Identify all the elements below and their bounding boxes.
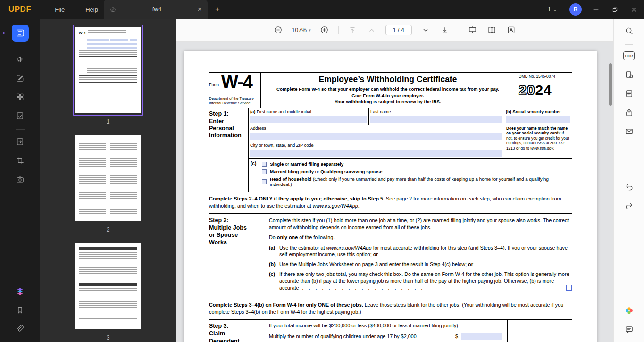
thumbnail-page-2[interactable] [73,133,143,224]
dept-line-1: Department of the Treasury [209,96,259,101]
feedback-button[interactable] [621,321,637,337]
document-canvas[interactable]: Form W-4 Department of the Treasury Inte… [176,42,613,342]
form-word: Form [209,83,219,87]
head-of-household-checkbox[interactable] [262,179,267,184]
page-number-input[interactable]: 1 / 4 [385,25,412,35]
summarize-button[interactable] [621,85,637,101]
step-2-option-b: (b) Use the Multiple Jobs Worksheet on p… [269,261,572,268]
chevron-down-icon: ⌄ [553,7,557,12]
vertical-scrollbar[interactable] [609,63,612,106]
address-field[interactable] [250,133,502,140]
menu-file[interactable]: File [55,6,65,13]
document-tab[interactable]: fw4 ✕ [104,0,208,19]
last-name-field[interactable] [370,116,502,123]
step-3-label: Step 3: [209,323,269,329]
w4app-link[interactable]: www.irs.gov/W4App [326,245,372,250]
comment-tool-button[interactable] [12,50,29,67]
edit-pdf-tool-button[interactable] [12,69,29,86]
reader-icon [16,28,25,38]
previous-page-button[interactable] [366,25,377,36]
form-title: Employee’s Withholding Certificate [267,75,509,84]
single-checkbox[interactable] [262,162,267,167]
sidebar-divider [16,129,25,130]
married-jointly-label: Married filing jointly or Qualifying sur… [270,169,382,174]
ocr-button[interactable]: OCR [621,48,637,64]
menu-help[interactable]: Help [85,6,98,13]
step-2-label: Step 2: [209,217,264,224]
envelope-icon [625,127,634,136]
next-page-button[interactable] [420,25,431,36]
document-check-icon [16,111,25,120]
avatar[interactable]: R [569,3,582,16]
ssa-link[interactable]: www.ssa.gov [530,146,553,150]
first-name-field[interactable] [250,116,367,123]
qualifying-children-amount-field[interactable] [461,333,502,340]
step-2-intro: Complete this step if you (1) hold more … [269,217,572,231]
titlebar: UPDF File Help fw4 ✕ + 1 ⌄ R [0,0,644,19]
table-rule [524,320,524,342]
close-button[interactable] [630,6,637,13]
presentation-mode-button[interactable] [467,25,478,36]
step-3-intro: If your total income will be $200,000 or… [269,323,507,328]
reader-tool-button[interactable] [12,25,29,42]
mini-form-label: W-4 [79,31,86,35]
organize-pages-tool-button[interactable] [12,88,29,105]
form-year: 2024 [519,82,571,98]
convert-tool-button[interactable] [12,133,29,150]
go-first-page-button[interactable] [347,25,358,36]
search-button[interactable] [621,23,637,39]
sidebar-divider [16,47,25,47]
view-toolbar: 107% ▾ 1 / 4 [176,19,613,42]
pdf-page: Form W-4 Department of the Treasury Inte… [184,51,597,342]
left-tool-sidebar [0,19,40,342]
updf-logo[interactable]: UPDF [8,5,31,14]
tab-close-icon[interactable]: ✕ [197,6,202,13]
main-area: 107% ▾ 1 / 4 [176,19,613,342]
undo-icon [625,183,634,192]
text-mode-button[interactable] [506,25,517,36]
thumbnail-page-1[interactable]: W-4 [73,25,143,116]
zoom-out-button[interactable] [272,25,284,36]
zoom-in-button[interactable] [319,25,330,36]
restore-button[interactable] [611,6,619,13]
married-jointly-checkbox[interactable] [262,169,267,174]
attachment-tool-button[interactable] [12,320,29,337]
city-label: City or town, state, and ZIP code [250,143,502,148]
screenshot-tool-button[interactable] [12,171,29,188]
go-last-page-button[interactable] [439,25,451,36]
bookmark-tool-button[interactable] [12,301,29,318]
zoom-level-dropdown[interactable]: 107% ▾ [292,27,311,33]
thumbnail-page-3[interactable] [73,241,143,332]
whats-new-button[interactable] [621,302,637,318]
minimize-button[interactable] [592,6,600,13]
reading-mode-button[interactable] [486,25,498,36]
thumbnail-preview-1: W-4 [75,27,141,113]
stamps-tool-button[interactable] [12,283,29,300]
city-field[interactable] [250,150,502,157]
form-header: Form W-4 Department of the Treasury Inte… [209,72,572,108]
convert-button[interactable] [621,67,637,83]
redo-button[interactable] [621,198,637,214]
zoom-level-value: 107% [292,27,307,33]
colorful-flower-icon [625,306,634,315]
new-tab-button[interactable]: + [212,4,223,15]
share-button[interactable] [621,104,637,120]
window-count-dropdown[interactable]: 1 ⌄ [548,6,557,13]
crop-icon [16,156,25,165]
comment-bubble-icon [625,325,634,334]
w4app-link[interactable]: www.irs.gov/W4App [313,203,358,209]
thumbnail-preview-3 [75,243,141,329]
step-1-label: Step 1: [209,110,248,117]
thumbnail-panel: W-4 [40,19,176,342]
crop-tool-button[interactable] [12,152,29,169]
tab-file-icon [109,6,117,13]
fill-sign-tool-button[interactable] [12,107,29,124]
undo-button[interactable] [621,179,637,195]
document-lines-icon [625,89,634,98]
first-name-label: First name and middle initial [257,109,311,114]
two-jobs-checkbox[interactable] [566,285,572,291]
head-of-household-label: Head of household (Check only if you’re … [270,176,571,187]
ssn-field[interactable] [506,116,570,123]
email-button[interactable] [621,123,637,139]
sidebar-divider [625,44,633,45]
